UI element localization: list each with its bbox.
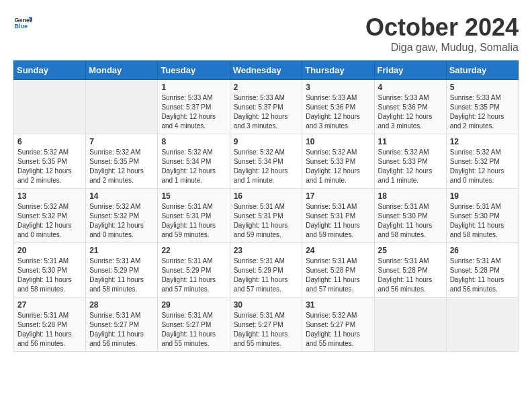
day-info: Sunrise: 5:31 AM Sunset: 5:27 PM Dayligh…: [89, 311, 154, 349]
week-row-1: 1Sunrise: 5:33 AM Sunset: 5:37 PM Daylig…: [14, 80, 519, 134]
svg-text:Blue: Blue: [14, 23, 28, 30]
week-row-3: 13Sunrise: 5:32 AM Sunset: 5:32 PM Dayli…: [14, 189, 519, 243]
day-number: 8: [161, 137, 226, 146]
week-row-4: 20Sunrise: 5:31 AM Sunset: 5:30 PM Dayli…: [14, 243, 519, 298]
day-number: 16: [234, 191, 299, 201]
calendar-cell: 4Sunrise: 5:33 AM Sunset: 5:36 PM Daylig…: [374, 80, 446, 134]
day-info: Sunrise: 5:32 AM Sunset: 5:33 PM Dayligh…: [306, 148, 370, 185]
day-info: Sunrise: 5:32 AM Sunset: 5:32 PM Dayligh…: [89, 202, 154, 240]
day-info: Sunrise: 5:31 AM Sunset: 5:28 PM Dayligh…: [306, 257, 370, 294]
day-number: 6: [17, 137, 82, 146]
weekday-header-thursday: Thursday: [302, 61, 374, 80]
day-info: Sunrise: 5:32 AM Sunset: 5:27 PM Dayligh…: [306, 311, 370, 349]
calendar-cell: 27Sunrise: 5:31 AM Sunset: 5:28 PM Dayli…: [14, 298, 86, 352]
day-number: 24: [306, 246, 370, 255]
logo-icon: General Blue: [13, 13, 32, 32]
day-number: 2: [234, 83, 299, 92]
weekday-header-tuesday: Tuesday: [158, 61, 230, 80]
day-info: Sunrise: 5:33 AM Sunset: 5:37 PM Dayligh…: [234, 93, 299, 131]
day-number: 19: [450, 191, 515, 201]
calendar-cell: 2Sunrise: 5:33 AM Sunset: 5:37 PM Daylig…: [230, 80, 302, 134]
calendar-cell: 8Sunrise: 5:32 AM Sunset: 5:34 PM Daylig…: [158, 134, 230, 189]
calendar-cell: 11Sunrise: 5:32 AM Sunset: 5:33 PM Dayli…: [374, 134, 446, 189]
day-number: 17: [306, 191, 370, 201]
day-number: 13: [17, 191, 82, 201]
day-info: Sunrise: 5:32 AM Sunset: 5:35 PM Dayligh…: [17, 148, 82, 185]
calendar-cell: 22Sunrise: 5:31 AM Sunset: 5:29 PM Dayli…: [158, 243, 230, 298]
calendar-cell: 14Sunrise: 5:32 AM Sunset: 5:32 PM Dayli…: [86, 189, 158, 243]
logo: General Blue: [13, 13, 32, 32]
day-info: Sunrise: 5:31 AM Sunset: 5:27 PM Dayligh…: [161, 311, 226, 349]
day-number: 11: [378, 137, 443, 146]
day-info: Sunrise: 5:31 AM Sunset: 5:27 PM Dayligh…: [234, 311, 299, 349]
day-info: Sunrise: 5:31 AM Sunset: 5:29 PM Dayligh…: [234, 257, 299, 294]
calendar-cell: 6Sunrise: 5:32 AM Sunset: 5:35 PM Daylig…: [14, 134, 86, 189]
calendar-cell: 15Sunrise: 5:31 AM Sunset: 5:31 PM Dayli…: [158, 189, 230, 243]
calendar-cell: 19Sunrise: 5:31 AM Sunset: 5:30 PM Dayli…: [446, 189, 518, 243]
calendar-cell: 10Sunrise: 5:32 AM Sunset: 5:33 PM Dayli…: [302, 134, 374, 189]
day-info: Sunrise: 5:31 AM Sunset: 5:29 PM Dayligh…: [89, 257, 154, 294]
day-info: Sunrise: 5:32 AM Sunset: 5:33 PM Dayligh…: [378, 148, 443, 185]
location-title: Diga gaw, Mudug, Somalia: [365, 42, 519, 54]
calendar-cell: 16Sunrise: 5:31 AM Sunset: 5:31 PM Dayli…: [230, 189, 302, 243]
day-number: 7: [89, 137, 154, 146]
day-number: 25: [378, 246, 443, 255]
day-number: 30: [234, 300, 299, 310]
title-area: October 2024 Diga gaw, Mudug, Somalia: [365, 13, 519, 54]
calendar-cell: 28Sunrise: 5:31 AM Sunset: 5:27 PM Dayli…: [86, 298, 158, 352]
day-number: 23: [234, 246, 299, 255]
week-row-5: 27Sunrise: 5:31 AM Sunset: 5:28 PM Dayli…: [14, 298, 519, 352]
calendar: SundayMondayTuesdayWednesdayThursdayFrid…: [13, 60, 519, 352]
day-info: Sunrise: 5:31 AM Sunset: 5:31 PM Dayligh…: [234, 202, 299, 240]
day-number: 4: [378, 83, 443, 92]
day-info: Sunrise: 5:31 AM Sunset: 5:31 PM Dayligh…: [306, 202, 370, 240]
day-number: 1: [161, 83, 226, 92]
day-number: 9: [234, 137, 299, 146]
week-row-2: 6Sunrise: 5:32 AM Sunset: 5:35 PM Daylig…: [14, 134, 519, 189]
day-number: 27: [17, 300, 82, 310]
day-info: Sunrise: 5:31 AM Sunset: 5:28 PM Dayligh…: [17, 311, 82, 349]
day-number: 26: [450, 246, 515, 255]
calendar-cell: 17Sunrise: 5:31 AM Sunset: 5:31 PM Dayli…: [302, 189, 374, 243]
calendar-cell: 1Sunrise: 5:33 AM Sunset: 5:37 PM Daylig…: [158, 80, 230, 134]
day-info: Sunrise: 5:33 AM Sunset: 5:36 PM Dayligh…: [378, 93, 443, 131]
day-info: Sunrise: 5:31 AM Sunset: 5:28 PM Dayligh…: [378, 257, 443, 294]
weekday-header-wednesday: Wednesday: [230, 61, 302, 80]
weekday-header-saturday: Saturday: [446, 61, 518, 80]
day-number: 31: [306, 300, 370, 310]
calendar-cell: 21Sunrise: 5:31 AM Sunset: 5:29 PM Dayli…: [86, 243, 158, 298]
calendar-cell: 31Sunrise: 5:32 AM Sunset: 5:27 PM Dayli…: [302, 298, 374, 352]
weekday-header-sunday: Sunday: [14, 61, 86, 80]
day-info: Sunrise: 5:32 AM Sunset: 5:34 PM Dayligh…: [161, 148, 226, 185]
day-number: 21: [89, 246, 154, 255]
calendar-cell: [374, 298, 446, 352]
calendar-cell: 7Sunrise: 5:32 AM Sunset: 5:35 PM Daylig…: [86, 134, 158, 189]
calendar-cell: 12Sunrise: 5:32 AM Sunset: 5:32 PM Dayli…: [446, 134, 518, 189]
calendar-cell: [14, 80, 86, 134]
calendar-cell: 30Sunrise: 5:31 AM Sunset: 5:27 PM Dayli…: [230, 298, 302, 352]
day-number: 29: [161, 300, 226, 310]
month-title: October 2024: [365, 13, 519, 42]
calendar-cell: 9Sunrise: 5:32 AM Sunset: 5:34 PM Daylig…: [230, 134, 302, 189]
day-number: 20: [17, 246, 82, 255]
calendar-cell: 26Sunrise: 5:31 AM Sunset: 5:28 PM Dayli…: [446, 243, 518, 298]
day-number: 18: [378, 191, 443, 201]
day-info: Sunrise: 5:31 AM Sunset: 5:31 PM Dayligh…: [161, 202, 226, 240]
day-info: Sunrise: 5:33 AM Sunset: 5:35 PM Dayligh…: [450, 93, 515, 131]
day-info: Sunrise: 5:31 AM Sunset: 5:30 PM Dayligh…: [17, 257, 82, 294]
calendar-cell: [446, 298, 518, 352]
weekday-header-row: SundayMondayTuesdayWednesdayThursdayFrid…: [14, 61, 519, 80]
day-number: 10: [306, 137, 370, 146]
calendar-cell: 29Sunrise: 5:31 AM Sunset: 5:27 PM Dayli…: [158, 298, 230, 352]
day-number: 5: [450, 83, 515, 92]
weekday-header-monday: Monday: [86, 61, 158, 80]
calendar-cell: 18Sunrise: 5:31 AM Sunset: 5:30 PM Dayli…: [374, 189, 446, 243]
calendar-cell: [86, 80, 158, 134]
calendar-cell: 25Sunrise: 5:31 AM Sunset: 5:28 PM Dayli…: [374, 243, 446, 298]
day-number: 15: [161, 191, 226, 201]
calendar-cell: 24Sunrise: 5:31 AM Sunset: 5:28 PM Dayli…: [302, 243, 374, 298]
calendar-cell: 13Sunrise: 5:32 AM Sunset: 5:32 PM Dayli…: [14, 189, 86, 243]
day-info: Sunrise: 5:31 AM Sunset: 5:29 PM Dayligh…: [161, 257, 226, 294]
day-info: Sunrise: 5:31 AM Sunset: 5:28 PM Dayligh…: [450, 257, 515, 294]
calendar-cell: 20Sunrise: 5:31 AM Sunset: 5:30 PM Dayli…: [14, 243, 86, 298]
